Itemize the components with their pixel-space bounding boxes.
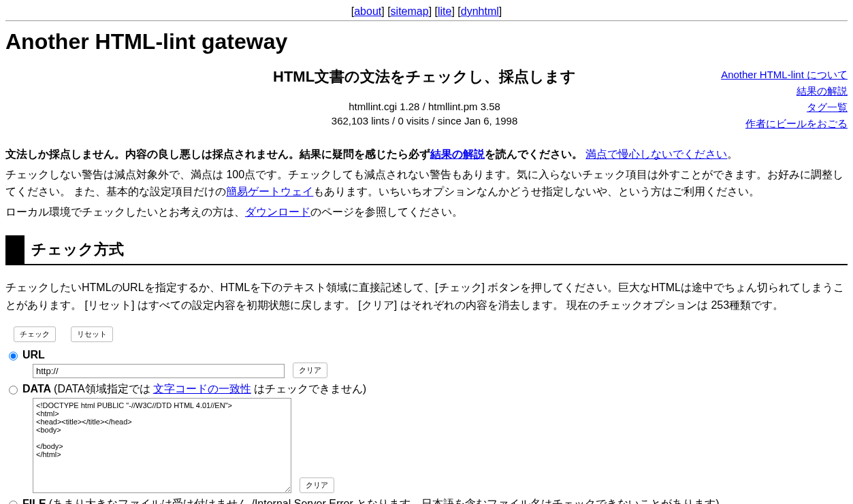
mode-url-label: URL bbox=[22, 349, 45, 361]
url-clear-button[interactable]: クリア bbox=[293, 363, 327, 378]
sidelink-result-explain[interactable]: 結果の解説 bbox=[796, 85, 848, 97]
mode-data-radio[interactable] bbox=[9, 386, 18, 394]
intro-p1a: 文法しか採点しません。内容の良し悪しは採点されません。結果に疑問を感じたら必ず bbox=[5, 148, 430, 160]
check-button[interactable]: チェック bbox=[14, 326, 56, 342]
intro-p3b: のページを参照してください。 bbox=[310, 206, 463, 218]
section-check-method-desc: チェックしたいHTMLのURLを指定するか、HTMLを下のテキスト領域に直接記述… bbox=[5, 279, 848, 314]
intro-paragraph-1: 文法しか採点しません。内容の良し悪しは採点されません。結果に疑問を感じたら必ず結… bbox=[5, 146, 848, 163]
nav-lite-link[interactable]: lite bbox=[438, 5, 451, 17]
top-nav: [about] [sitemap] [lite] [dynhtml] bbox=[5, 5, 848, 18]
mode-file-label: FILE bbox=[22, 498, 46, 504]
side-links: Another HTML-lint について 結果の解説 タグ一覧 作者にビール… bbox=[721, 67, 848, 132]
sidelink-tag-list[interactable]: タグ一覧 bbox=[807, 101, 848, 113]
intro-p2b: もあります。いちいちオプションなんかどうせ指定しないや、という方はご利用ください… bbox=[313, 186, 760, 197]
reset-button[interactable]: リセット bbox=[71, 326, 113, 342]
intro-p3a: ローカル環境でチェックしたいとお考えの方は、 bbox=[5, 206, 245, 218]
sidelink-about[interactable]: Another HTML-lint について bbox=[721, 69, 848, 80]
mode-file-note: (あまり大きなファイルは受け付けません /Internal Server Err… bbox=[49, 497, 720, 504]
nav-dynhtml-link[interactable]: dynhtml bbox=[461, 5, 499, 17]
section-header-check-method: チェック方式 bbox=[5, 235, 848, 265]
intro-p1-link2[interactable]: 満点で慢心しないでください bbox=[585, 148, 727, 160]
section-header-title: チェック方式 bbox=[25, 235, 848, 264]
meta-version: htmllint.cgi 1.28 / htmllint.pm 3.58 bbox=[128, 101, 721, 112]
mode-file-radio[interactable] bbox=[9, 501, 18, 504]
intro-p1-link1[interactable]: 結果の解説 bbox=[430, 148, 485, 160]
data-clear-button[interactable]: クリア bbox=[300, 477, 334, 493]
intro-p2-link[interactable]: 簡易ゲートウェイ bbox=[226, 186, 313, 197]
intro-p1b: を読んでください。 bbox=[485, 148, 583, 160]
page-title: Another HTML-lint gateway bbox=[5, 29, 848, 54]
mode-data-note-link[interactable]: 文字コードの一致性 bbox=[153, 382, 251, 397]
tagline: HTML文書の文法をチェックし、採点します bbox=[128, 67, 721, 87]
intro-paragraph-3: ローカル環境でチェックしたいとお考えの方は、ダウンロードのページを参照してくださ… bbox=[5, 203, 848, 221]
intro-paragraph-2: チェックしない警告は減点対象外で、満点は 100点です。チェックしても減点されな… bbox=[5, 166, 848, 201]
url-input[interactable] bbox=[33, 364, 285, 378]
sidelink-beer[interactable]: 作者にビールをおごる bbox=[745, 118, 848, 129]
mode-data-label: DATA bbox=[22, 383, 51, 395]
intro-p1c: 。 bbox=[727, 148, 738, 160]
mode-data-note-b: はチェックできません) bbox=[254, 382, 366, 397]
data-textarea[interactable] bbox=[33, 398, 291, 493]
mode-url-radio[interactable] bbox=[9, 352, 18, 360]
mode-data-note-a: (DATA領域指定では bbox=[54, 382, 150, 397]
top-divider bbox=[5, 20, 848, 21]
intro-p3-link[interactable]: ダウンロード bbox=[245, 206, 310, 218]
nav-sitemap-link[interactable]: sitemap bbox=[391, 5, 429, 17]
nav-about-link[interactable]: about bbox=[354, 5, 381, 17]
meta-stats: 362,103 lints / 0 visits / since Jan 6, … bbox=[128, 115, 721, 127]
